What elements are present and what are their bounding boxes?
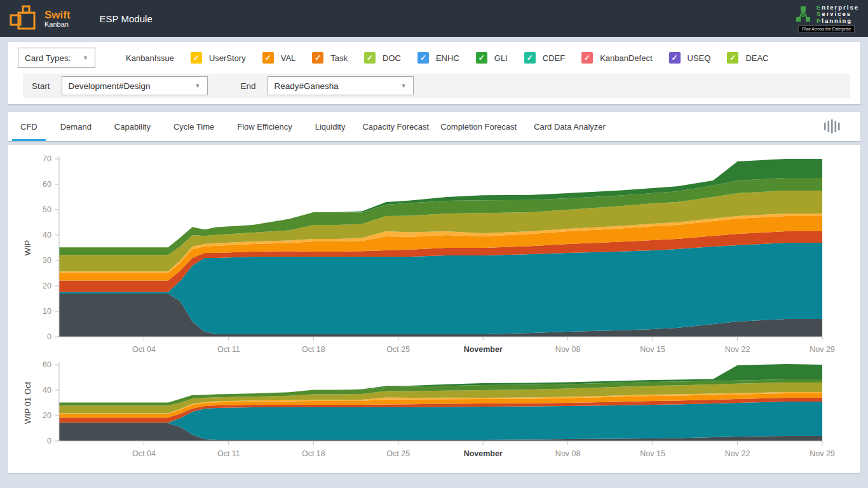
- y-axis-label: WIP: [23, 240, 32, 256]
- card-type-label: CDEF: [543, 53, 565, 63]
- card-type-legend: KanbanIssue✓UserStory✓VAL✓Task✓DOC✓ENHC✓…: [126, 52, 769, 64]
- card-type-label: DEAC: [745, 53, 768, 63]
- card-type-checkbox-val[interactable]: ✓: [262, 52, 274, 64]
- x-tick-label: Oct 18: [302, 345, 325, 354]
- tabs: CFDDemandCapabilityCycle TimeFlow Effici…: [9, 112, 822, 141]
- distribution-bars-icon[interactable]: [822, 118, 841, 135]
- esp-logo-text: Enterprise Services Planning: [817, 4, 859, 25]
- card-type-checkbox-task[interactable]: ✓: [312, 52, 323, 64]
- x-tick-label: Oct 25: [386, 449, 410, 458]
- card-type-checkbox-gli[interactable]: ✓: [476, 52, 487, 64]
- card-type-item-doc: ✓DOC: [364, 52, 401, 64]
- tab-cycle-time[interactable]: Cycle Time: [165, 112, 222, 141]
- card-type-item-cdef: ✓CDEF: [524, 52, 565, 64]
- swiftkanban-logo[interactable]: Swift Kanban: [9, 4, 71, 32]
- card-type-item-kanbanissue: KanbanIssue: [126, 53, 174, 63]
- x-tick-label: Nov 15: [640, 345, 665, 354]
- card-type-item-enhc: ✓ENHC: [417, 52, 459, 64]
- card-type-item-val: ✓VAL: [262, 52, 296, 64]
- card-type-label: VAL: [281, 53, 296, 63]
- card-types-dropdown[interactable]: Card Types: ▼: [18, 48, 95, 68]
- x-tick-label: Nov 22: [725, 345, 750, 354]
- card-type-checkbox-userstory[interactable]: ✓: [191, 52, 202, 64]
- esp-network-icon: [794, 5, 813, 24]
- card-type-label: KanbanIssue: [126, 53, 174, 63]
- card-type-label: Task: [330, 53, 348, 63]
- card-type-checkbox-deac[interactable]: ✓: [727, 52, 738, 64]
- y-tick-label: 40: [43, 231, 51, 240]
- start-dropdown[interactable]: Development#Design ▼: [62, 76, 208, 95]
- start-label: Start: [32, 81, 50, 91]
- y-tick-label: 50: [43, 205, 51, 214]
- y-tick-label: 0: [47, 332, 51, 341]
- card-type-item-gli: ✓GLI: [476, 52, 508, 64]
- tab-capacity-forecast[interactable]: Capacity Forecast: [357, 112, 434, 141]
- y-tick-label: 40: [43, 386, 51, 395]
- tab-cfd[interactable]: CFD: [12, 112, 46, 141]
- x-tick-label: Oct 04: [132, 345, 156, 354]
- x-tick-label: Oct 11: [217, 449, 240, 458]
- cfd-chart-top: 010203040506070Oct 04Oct 11Oct 18Oct 25N…: [8, 150, 860, 360]
- page-title: ESP Module: [100, 13, 153, 24]
- card-type-checkbox-enhc[interactable]: ✓: [417, 52, 429, 64]
- y-tick-label: 70: [43, 154, 51, 163]
- card-type-checkbox-doc[interactable]: ✓: [364, 52, 376, 64]
- chevron-down-icon: ▼: [83, 55, 88, 61]
- cfd-chart-bottom: 0204060Oct 04Oct 11Oct 18Oct 25NovemberN…: [8, 360, 860, 469]
- x-tick-label: November: [464, 345, 503, 354]
- y-tick-label: 60: [43, 180, 51, 189]
- start-dropdown-value: Development#Design: [69, 81, 151, 91]
- card-type-item-useq: ✓USEQ: [669, 52, 711, 64]
- cfd-chart-bottom-block: 0204060Oct 04Oct 11Oct 18Oct 25NovemberN…: [8, 360, 860, 469]
- x-tick-label: Nov 15: [640, 449, 665, 458]
- y-tick-label: 0: [47, 437, 51, 445]
- tab-completion-forecast[interactable]: Completion Forecast: [435, 112, 522, 141]
- x-tick-label: Oct 25: [386, 345, 410, 354]
- card-types-dropdown-label: Card Types:: [25, 53, 71, 63]
- x-tick-label: Nov 29: [810, 449, 835, 458]
- card-type-label: GLI: [494, 53, 508, 63]
- card-type-item-userstory: ✓UserStory: [191, 52, 246, 64]
- tab-capability[interactable]: Capability: [106, 112, 159, 141]
- cfd-panel: 010203040506070Oct 04Oct 11Oct 18Oct 25N…: [8, 145, 860, 473]
- card-type-label: UserStory: [209, 53, 246, 63]
- y-tick-label: 20: [43, 411, 51, 420]
- tab-flow-efficiency[interactable]: Flow Efficiency: [229, 112, 300, 141]
- card-type-label: USEQ: [688, 53, 711, 63]
- end-label: End: [241, 81, 256, 91]
- app-header: Swift Kanban ESP Module Enterprise Servi…: [0, 0, 868, 37]
- tab-card-data-analyzer[interactable]: Card Data Analyzer: [526, 112, 614, 141]
- x-tick-label: Nov 08: [555, 449, 581, 458]
- card-type-label: DOC: [383, 53, 401, 63]
- chevron-down-icon: ▼: [401, 83, 407, 89]
- card-type-item-deac: ✓DEAC: [727, 52, 768, 64]
- filters-panel: Card Types: ▼ KanbanIssue✓UserStory✓VAL✓…: [8, 42, 860, 104]
- card-type-checkbox-useq[interactable]: ✓: [669, 52, 681, 64]
- x-tick-label: Oct 18: [302, 449, 325, 458]
- esp-logo: Enterprise Services Planning Flow Across…: [794, 4, 859, 33]
- x-tick-label: Nov 22: [725, 449, 750, 458]
- cfd-chart-top-block: 010203040506070Oct 04Oct 11Oct 18Oct 25N…: [8, 150, 860, 360]
- card-type-item-task: ✓Task: [312, 52, 348, 64]
- chevron-down-icon: ▼: [195, 83, 201, 89]
- tab-liquidity[interactable]: Liquidity: [307, 112, 354, 141]
- x-tick-label: November: [464, 449, 503, 458]
- x-tick-label: Oct 11: [217, 345, 240, 354]
- brand-name-primary: Swift: [44, 10, 71, 20]
- esp-logo-tagline: Flow Across the Enterprise: [798, 25, 855, 32]
- card-type-item-kanbandefect: ✓KanbanDefect: [581, 52, 652, 64]
- start-end-bar: Start Development#Design ▼ End Ready#Gan…: [23, 74, 850, 98]
- end-dropdown[interactable]: Ready#Ganesha ▼: [268, 76, 414, 95]
- end-dropdown-value: Ready#Ganesha: [275, 81, 339, 91]
- card-type-checkbox-cdef[interactable]: ✓: [524, 52, 536, 64]
- x-tick-label: Nov 29: [810, 345, 835, 354]
- brand-name-secondary: Kanban: [44, 20, 71, 28]
- y-tick-label: 30: [43, 256, 51, 265]
- tab-demand[interactable]: Demand: [52, 112, 100, 141]
- analytics-tabbar: CFDDemandCapabilityCycle TimeFlow Effici…: [8, 112, 860, 141]
- x-tick-label: Nov 08: [555, 345, 581, 354]
- y-axis-label: WIP 01 Oct: [23, 382, 32, 424]
- card-type-label: ENHC: [436, 53, 459, 63]
- card-type-label: KanbanDefect: [600, 53, 652, 63]
- card-type-checkbox-kanbandefect[interactable]: ✓: [581, 52, 593, 64]
